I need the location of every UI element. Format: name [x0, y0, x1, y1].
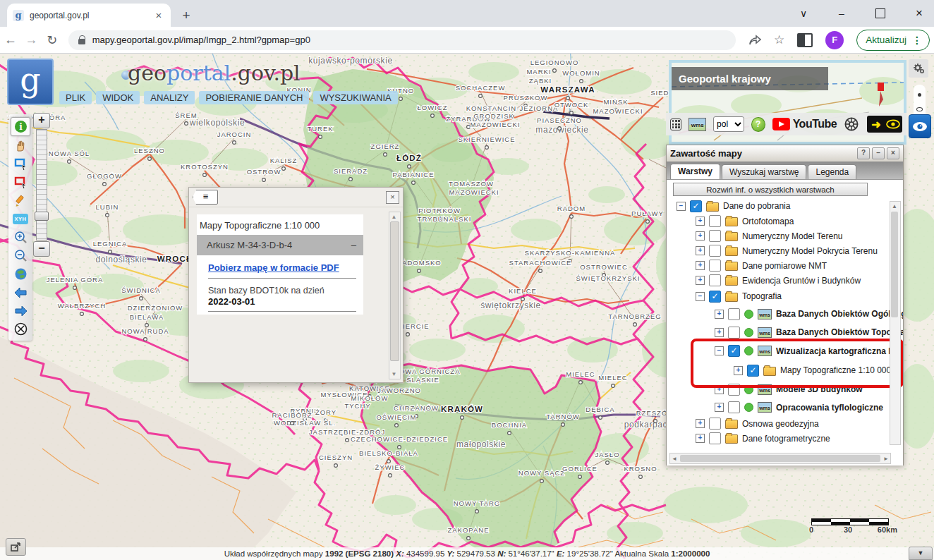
accessibility-wheel-icon[interactable] [844, 116, 859, 132]
menu-item-widok[interactable]: WIDOK [96, 91, 140, 104]
expand-icon[interactable]: + [696, 246, 705, 255]
expand-icon[interactable]: + [696, 419, 705, 428]
tab-legenda[interactable]: Legenda [808, 164, 856, 179]
zoom-slider-handle[interactable] [35, 212, 49, 221]
collapse-icon[interactable]: − [715, 346, 724, 355]
expand-map-button[interactable] [6, 538, 26, 556]
expand-icon[interactable]: + [734, 366, 743, 375]
layer-row-9[interactable]: −✓wmsWizualizacja kartograficzna BDOT10 [667, 341, 903, 360]
profile-avatar[interactable]: F [825, 31, 844, 49]
download-pdf-link[interactable]: Pobierz mapę w formacie PDF [208, 262, 339, 273]
layer-row-10[interactable]: +✓Mapy Topograficzne 1:10 000 [667, 360, 903, 380]
horizontal-scroll-thumb[interactable] [680, 455, 880, 462]
expand-icon[interactable]: + [715, 310, 724, 319]
collapse-icon[interactable]: − [677, 202, 686, 211]
update-chrome-button[interactable]: Aktualizuj ⋮ [856, 30, 930, 51]
layer-row-4[interactable]: +Dane pomiarowe NMT [667, 258, 903, 273]
layer-row-8[interactable]: +wmsBaza Danych Obiektów Topograficzn [667, 323, 903, 341]
window-chevron-icon[interactable]: ∨ [794, 8, 813, 19]
visibility-eye-button[interactable] [909, 114, 931, 138]
vertical-scroll-thumb[interactable] [891, 212, 898, 317]
map-viewport[interactable]: kujawsko-pomorskiewielkopolskiedolnośląs… [0, 54, 934, 560]
layer-checkbox[interactable] [728, 327, 740, 339]
scroll-left-icon[interactable]: ◄ [670, 456, 679, 462]
zoom-out-tool[interactable] [11, 247, 30, 264]
layer-row-3[interactable]: +Numeryczny Model Pokrycia Terenu [667, 243, 903, 258]
layer-row-2[interactable]: +Numeryczny Model Terenu [667, 229, 903, 243]
deselect-rectangle-tool[interactable] [11, 174, 30, 191]
layer-checkbox[interactable]: ✓ [747, 365, 759, 377]
window-close-button[interactable]: × [910, 6, 928, 20]
expand-icon[interactable]: + [696, 261, 705, 270]
layer-row-6[interactable]: −✓Topografia [667, 288, 903, 305]
layer-row-12[interactable]: +wmsOpracowania tyflologiczne [667, 398, 903, 416]
layer-row-0[interactable]: −✓Dane do pobrania [667, 198, 903, 214]
identify-tool[interactable]: i [11, 117, 30, 136]
youtube-button[interactable]: YouTube [772, 118, 837, 130]
contrast-arrow-icon[interactable]: ➜ [868, 117, 884, 131]
popup-scroll-thumb[interactable] [390, 221, 399, 361]
layer-row-5[interactable]: +Ewidencja Gruntów i Budynków [667, 273, 903, 288]
mosaic-icon[interactable] [670, 118, 681, 130]
zoom-in-button[interactable]: + [33, 113, 50, 128]
layer-checkbox[interactable] [728, 308, 740, 320]
settings-gear-button[interactable] [909, 59, 928, 78]
popup-scrollbar[interactable]: ▲ ▼ [389, 212, 401, 379]
layer-row-1[interactable]: +Ortofotomapa [667, 214, 903, 229]
scroll-up-icon[interactable]: ▲ [890, 203, 899, 209]
expand-icon[interactable]: + [696, 231, 705, 241]
coordinates-xyh-tool[interactable]: XYH [11, 210, 30, 228]
back-button[interactable]: ← [0, 32, 21, 47]
side-panel-icon[interactable] [797, 33, 813, 47]
panel-minimize-button[interactable]: – [872, 147, 885, 159]
popup-scroll-down-icon[interactable]: ▼ [389, 371, 399, 377]
expand-icon[interactable]: + [696, 434, 705, 443]
wms-services-icon[interactable]: wms [689, 118, 706, 131]
next-view-tool[interactable] [11, 302, 30, 319]
panel-horizontal-scrollbar[interactable]: ◄ ► [669, 453, 891, 464]
popup-list-icon[interactable]: ≡ [193, 190, 218, 205]
browser-tab[interactable]: g geoportal.gov.pl × [7, 4, 171, 27]
reload-button[interactable]: ↻ [42, 32, 63, 48]
expand-icon[interactable]: + [696, 217, 705, 226]
share-icon[interactable] [748, 35, 761, 46]
layer-row-7[interactable]: +wmsBaza Danych Obiektów Ogólnogeogr [667, 305, 903, 323]
tab-wyszukaj-warstwę[interactable]: Wyszukaj warstwę [722, 164, 807, 179]
layer-checkbox[interactable] [709, 418, 721, 430]
browser-menu-icon[interactable]: ⋮ [912, 35, 926, 46]
sheet-header-bar[interactable]: Arkusz M-34-3-D-b-4 – [197, 235, 363, 255]
layer-checkbox[interactable] [709, 215, 721, 227]
expand-icon[interactable]: + [715, 385, 724, 394]
tab-close-icon[interactable]: × [152, 9, 165, 22]
zoom-in-tool[interactable] [11, 229, 30, 246]
menu-item-analizy[interactable]: ANALIZY [144, 91, 195, 104]
menu-item-wyszukiwania[interactable]: WYSZUKIWANIA [313, 91, 397, 104]
layer-checkbox[interactable] [709, 432, 721, 444]
help-icon[interactable]: ? [751, 117, 765, 132]
window-maximize-button[interactable] [875, 8, 885, 18]
address-bar[interactable]: mapy.geoportal.gov.pl/imap/Imgp_2.html?g… [68, 30, 736, 50]
popup-scroll-up-icon[interactable]: ▲ [389, 214, 399, 220]
layers-panel-titlebar[interactable]: Zawartość mapy ? – × [667, 145, 903, 162]
tab-warstwy[interactable]: Warstwy [670, 164, 720, 179]
layer-row-13[interactable]: +Osnowa geodezyjna [667, 416, 903, 431]
sheet-collapse-icon[interactable]: – [351, 240, 356, 250]
language-select[interactable]: pol [713, 116, 744, 132]
expand-icon[interactable]: + [715, 328, 724, 337]
expand-all-layers-button[interactable]: Rozwiń inf. o wszystkich warstwach [673, 183, 868, 196]
collapse-icon[interactable]: − [696, 292, 705, 301]
previous-view-tool[interactable] [11, 284, 30, 301]
window-minimize-button[interactable]: – [832, 8, 851, 19]
menu-item-pobieranie-danych[interactable]: POBIERANIE DANYCH [199, 91, 309, 104]
panel-vertical-scrollbar[interactable]: ▲ [890, 201, 901, 445]
layer-checkbox[interactable] [709, 245, 721, 257]
bookmark-star-icon[interactable]: ☆ [774, 32, 784, 47]
zoom-slider-rail[interactable] [36, 129, 47, 241]
layer-checkbox[interactable]: ✓ [709, 291, 721, 303]
collapse-statusbar-button[interactable]: ▼ [909, 547, 933, 560]
geoportal-logo[interactable]: g [7, 59, 54, 105]
layer-checkbox[interactable]: ✓ [728, 345, 740, 357]
layer-checkbox[interactable] [709, 230, 721, 242]
popup-close-button[interactable]: × [386, 191, 399, 204]
zoom-out-button[interactable]: − [33, 241, 50, 257]
